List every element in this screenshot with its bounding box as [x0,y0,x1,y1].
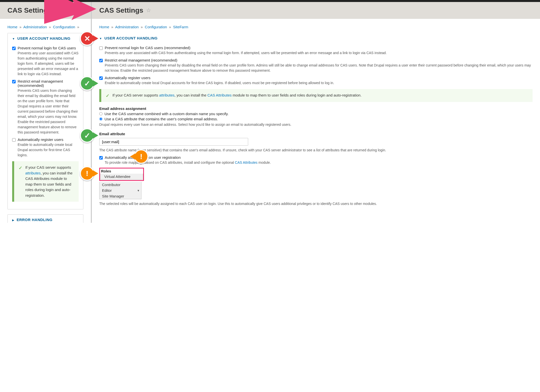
restrict-email-checkbox[interactable] [12,80,16,83]
email-assign-radio-attribute[interactable] [99,117,102,121]
chevron-right-icon: ▶ [12,219,14,222]
role-option[interactable]: Contributor [100,182,141,188]
breadcrumb-home[interactable]: Home [7,25,17,29]
check-icon: ✓ [106,93,109,98]
section-user-account-handling: ▼ USER ACCOUNT HANDLING Prevent normal l… [7,33,83,209]
breadcrumb-home[interactable]: Home [99,25,109,29]
left-pane: CAS Settings ☆ Home » Administration » C… [0,2,92,223]
cas-attributes-link[interactable]: CAS Attributes [235,161,258,164]
info-callout: ✓ If your CAS server supports attributes… [12,161,79,202]
prevent-normal-login-checkbox[interactable] [12,47,16,50]
page-header-right: CAS Settings ☆ [92,2,540,19]
annotation-badge-ok-1: ✓ [80,76,94,91]
role-option[interactable]: Editor [100,188,141,193]
breadcrumb-config[interactable]: Configuration [53,25,75,29]
annotation-badge-ok-2: ✓ [80,128,94,143]
auto-register-checkbox[interactable] [99,76,103,80]
svg-marker-0 [44,0,96,24]
section-error-handling: ▶ ERROR HANDLING [7,214,83,223]
attributes-link[interactable]: attributes [25,171,41,175]
roles-heading: Roles [101,169,143,173]
auto-register-checkbox[interactable] [12,138,16,142]
role-option[interactable]: Site Manager [100,193,141,199]
breadcrumb-admin[interactable]: Administration [23,25,47,29]
email-attribute-heading: Email attribute [99,132,533,136]
check-icon: ✓ [84,131,90,140]
breadcrumb-config[interactable]: Configuration [145,25,167,29]
check-icon: ✓ [19,165,22,171]
restrict-email-checkbox[interactable] [99,59,103,62]
email-assignment-heading: Email address assignment [99,106,533,111]
chevron-down-icon: ▼ [137,189,140,192]
email-attribute-input[interactable] [99,138,248,146]
exclamation-icon: ! [140,152,142,161]
role-option[interactable]: Virtual Attendee [100,174,143,179]
roles-select-continued[interactable]: Contributor Editor Site Manager ▼ [99,182,141,199]
breadcrumb: Home » Administration » Configuration » … [92,19,540,33]
email-assign-radio-username[interactable] [99,112,102,115]
check-icon: ✓ [84,79,90,88]
section-toggle[interactable]: ▼ USER ACCOUNT HANDLING [8,33,83,43]
chevron-down-icon: ▼ [12,37,15,40]
exclamation-icon: ! [86,169,88,178]
x-icon: ✕ [84,34,90,43]
breadcrumb-sitefarm[interactable]: SiteFarm [173,25,188,29]
section-toggle[interactable]: ▼ USER ACCOUNT HANDLING [99,33,533,43]
section-user-account-handling: ▼ USER ACCOUNT HANDLING Prevent normal l… [99,33,533,213]
annotation-badge-error: ✕ [80,31,94,46]
section-toggle[interactable]: ▶ ERROR HANDLING [8,215,83,223]
chevron-down-icon: ▼ [99,37,102,40]
annotation-badge-warn-2: ! [80,166,94,181]
annotation-badge-warn-1: ! [134,149,148,164]
right-pane: CAS Settings ☆ Home » Administration » C… [92,2,540,223]
info-callout: ✓ If your CAS server supports attributes… [99,89,533,102]
roles-select[interactable]: Virtual Attendee [100,174,143,180]
breadcrumb-admin[interactable]: Administration [115,25,139,29]
auto-assign-roles-checkbox[interactable] [99,156,103,160]
cas-attributes-link[interactable]: CAS Attributes [207,93,232,97]
page-title: CAS Settings [99,6,143,14]
attributes-link[interactable]: attributes [159,93,174,97]
prevent-normal-login-checkbox[interactable] [99,46,103,50]
favorite-star-icon[interactable]: ☆ [146,7,151,14]
annotation-arrow [44,0,96,24]
